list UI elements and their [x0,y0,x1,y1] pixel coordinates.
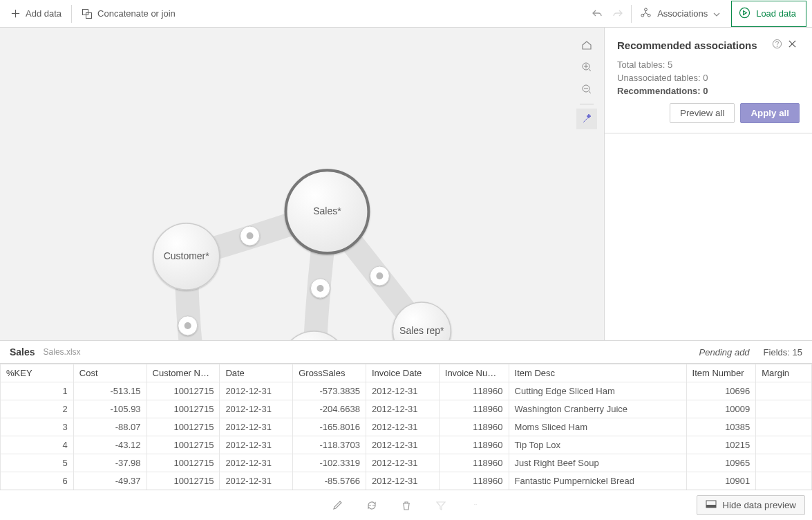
table-row[interactable]: 2-105.93100127152012-12-31-204.66382012-… [1,400,812,418]
table-cell: -43.12 [73,436,147,454]
table-cell: 1 [1,382,74,400]
table-cell: 10012715 [147,418,220,436]
table-cell: 2012-12-31 [366,418,439,436]
svg-point-11 [376,272,383,279]
svg-rect-27 [706,505,716,508]
table-cell: 6 [1,472,74,490]
close-icon[interactable] [784,39,800,50]
table-cell: 2012-12-31 [220,382,293,400]
pending-add-label: Pending add [699,347,750,358]
fields-label: Fields: [764,347,790,358]
home-view-button[interactable] [576,35,597,55]
concat-button[interactable]: Concatenate or join [75,1,182,27]
table-cell [756,472,812,490]
load-data-button[interactable]: Load data [731,1,806,27]
hide-preview-label: Hide data preview [722,500,796,510]
bubble-sales-label: Sales* [313,205,341,216]
play-circle-icon [739,7,750,21]
table-cell: 10696 [686,382,756,400]
table-cell: -105.93 [73,400,147,418]
hide-data-preview-button[interactable]: Hide data preview [697,495,805,515]
unassoc-tables-label: Unassociated tables: [617,73,701,83]
undo-button[interactable] [587,1,607,27]
column-header[interactable]: Item Number [686,364,756,382]
table-cell: Washington Cranberry Juice [509,400,686,418]
table-cell: 2012-12-31 [366,472,439,490]
help-icon[interactable] [769,39,784,51]
table-cell [756,454,812,472]
redo-button[interactable] [607,1,628,27]
svg-point-25 [475,504,476,505]
table-cell: -88.07 [73,418,147,436]
table-cell: -49.37 [73,472,147,490]
svg-rect-0 [83,9,88,15]
toolbar-separator [71,5,72,23]
load-data-label: Load data [756,8,796,19]
apply-all-button[interactable]: Apply all [740,103,800,123]
column-header[interactable]: Invoice Date [366,364,439,382]
edit-icon[interactable] [330,499,344,512]
column-header[interactable]: %KEY [1,364,74,382]
add-data-button[interactable]: Add data [3,1,68,27]
table-cell: 118960 [439,472,509,490]
column-header[interactable]: Item Desc [509,364,686,382]
table-cell: 10385 [686,418,756,436]
table-cell: -37.98 [73,454,147,472]
table-cell: 2012-12-31 [220,418,293,436]
delete-icon[interactable] [399,499,413,512]
svg-point-2 [645,8,648,10]
fields-value: 15 [793,347,802,358]
table-cell [756,436,812,454]
preview-all-button[interactable]: Preview all [670,103,735,123]
magic-wand-button[interactable] [576,109,597,129]
table-cell: 2012-12-31 [220,472,293,490]
add-data-label: Add data [26,8,62,19]
table-cell: 2012-12-31 [366,454,439,472]
column-header[interactable]: Margin [756,364,812,382]
table-cell: Moms Sliced Ham [509,418,686,436]
table-cell: 118960 [439,436,509,454]
refresh-icon[interactable] [365,499,379,512]
table-row[interactable]: 3-88.07100127152012-12-31-165.80162012-1… [1,418,812,436]
table-cell: -85.5766 [293,472,366,490]
column-header[interactable]: Customer N… [147,364,220,382]
table-row[interactable]: 1-513.15100127152012-12-31-573.38352012-… [1,382,812,400]
table-row[interactable]: 5-37.98100127152012-12-31-102.33192012-1… [1,454,812,472]
toolbar-separator [631,5,632,23]
table-cell: -102.3319 [293,454,366,472]
data-preview: Sales Sales.xlsx Pending add Fields: 15 … [0,340,812,520]
preview-table[interactable]: %KEYCostCustomer N…DateGrossSalesInvoice… [0,363,812,490]
table-cell: -573.3835 [293,382,366,400]
table-cell: 10901 [686,472,756,490]
panel-icon [706,500,717,510]
table-row[interactable]: 4-43.12100127152012-12-31-118.37032012-1… [1,436,812,454]
zoom-in-button[interactable] [576,57,597,77]
svg-point-22 [776,46,777,48]
table-cell: 10012715 [147,400,220,418]
unassoc-tables-value: 0 [703,73,708,83]
column-header[interactable]: Cost [73,364,147,382]
associations-dropdown[interactable]: Associations [634,1,726,27]
table-cell [756,382,812,400]
concat-icon [82,8,93,19]
table-cell: 2012-12-31 [366,436,439,454]
column-header[interactable]: Date [220,364,293,382]
table-cell: 2 [1,400,74,418]
column-header[interactable]: GrossSales [293,364,366,382]
filter-icon[interactable] [434,499,448,512]
table-cell: 4 [1,436,74,454]
table-cell: 10012715 [147,382,220,400]
table-cell: Tip Top Lox [509,436,686,454]
table-row[interactable]: 6-49.37100127152012-12-31-85.57662012-12… [1,472,812,490]
table-cell: 5 [1,454,74,472]
svg-point-9 [317,285,323,292]
column-header[interactable]: Invoice Num… [439,364,509,382]
more-icon[interactable] [469,499,482,512]
svg-point-5 [740,8,750,17]
svg-point-23 [474,504,475,505]
table-cell: -513.15 [73,382,147,400]
top-toolbar: Add data Concatenate or join Association… [0,0,812,28]
zoom-out-button[interactable] [576,79,597,100]
svg-point-7 [247,232,254,239]
total-tables-value: 5 [668,59,672,70]
